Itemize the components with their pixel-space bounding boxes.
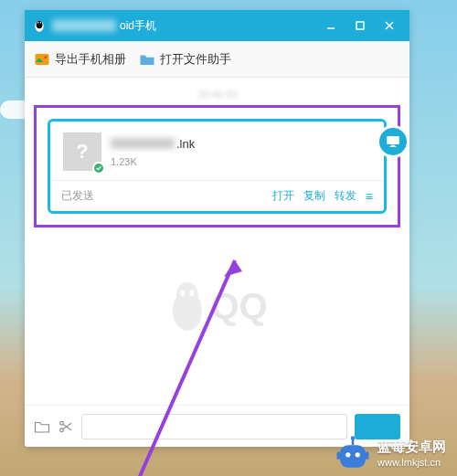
svg-point-26: [345, 452, 350, 457]
sent-status: 已发送: [61, 188, 263, 204]
svg-point-17: [180, 291, 185, 297]
title-suffix: oid手机: [120, 19, 156, 32]
file-size: 1.23K: [111, 156, 195, 167]
close-button[interactable]: [377, 16, 402, 36]
chat-area: 20:40:33 ? .lnk: [25, 78, 409, 405]
toolbar: 导出手机相册 打开文件助手: [25, 41, 409, 78]
footer-text: 蓝莓安卓网 www.lmkjst.cn: [377, 438, 446, 469]
message-actions-row: 已发送 打开 复制 转发 ≡: [50, 180, 384, 211]
file-name: .lnk: [111, 137, 195, 151]
svg-rect-12: [387, 136, 399, 144]
svg-rect-30: [337, 451, 341, 460]
export-album-label: 导出手机相册: [55, 51, 126, 68]
chat-window: xxxxxoid手机 导出手机相册 打开文件助手 20:40:33: [25, 10, 409, 447]
site-watermark: 蓝莓安卓网 www.lmkjst.cn: [334, 434, 446, 472]
svg-point-3: [37, 22, 38, 24]
svg-point-29: [351, 436, 355, 439]
watermark-text: QQ: [210, 286, 267, 327]
qq-app-icon: [32, 18, 47, 33]
file-info-row: ? .lnk 1.23K: [50, 122, 384, 180]
svg-rect-9: [36, 54, 49, 65]
robot-icon: [334, 434, 372, 472]
minimize-button[interactable]: [318, 16, 344, 36]
file-details: .lnk 1.23K: [111, 137, 195, 167]
folder-icon: [139, 51, 155, 68]
svg-rect-14: [389, 146, 397, 147]
svg-point-21: [60, 421, 64, 425]
open-file-link[interactable]: 打开: [272, 188, 294, 204]
file-message-bubble: ? .lnk 1.23K 已发送 打开 复制: [48, 119, 387, 214]
window-title: xxxxxoid手机: [52, 18, 318, 34]
titlebar: xxxxxoid手机: [25, 10, 409, 41]
penguin-icon: [166, 279, 207, 333]
svg-line-24: [63, 423, 71, 428]
forward-file-link[interactable]: 转发: [335, 188, 356, 204]
footer-url: www.lmkjst.cn: [377, 456, 446, 469]
svg-rect-31: [366, 451, 369, 460]
svg-rect-6: [356, 22, 364, 29]
qq-watermark: QQ: [166, 279, 267, 333]
open-file-helper-label: 打开文件助手: [160, 51, 231, 68]
footer-title: 蓝莓安卓网: [377, 438, 446, 456]
album-icon: [34, 51, 50, 68]
svg-point-2: [37, 21, 41, 26]
export-album-button[interactable]: 导出手机相册: [34, 51, 126, 68]
svg-point-22: [60, 428, 64, 431]
svg-rect-13: [391, 145, 396, 147]
maximize-button[interactable]: [347, 16, 373, 36]
svg-point-16: [175, 282, 197, 308]
scissors-icon[interactable]: [58, 418, 74, 435]
copy-file-link[interactable]: 复制: [303, 188, 325, 204]
svg-line-23: [63, 424, 71, 429]
unknown-file-icon: ?: [76, 140, 88, 164]
success-check-icon: [92, 162, 105, 175]
annotation-highlight: ? .lnk 1.23K 已发送 打开 复制: [34, 105, 400, 227]
svg-point-27: [356, 452, 360, 457]
file-thumbnail: ?: [63, 132, 101, 171]
sender-avatar: [377, 125, 409, 158]
monitor-icon: [385, 133, 401, 150]
message-timestamp: 20:40:33: [34, 89, 400, 100]
folder-input-icon[interactable]: [34, 418, 50, 435]
window-controls: [318, 16, 402, 36]
svg-point-11: [44, 56, 47, 58]
svg-marker-20: [224, 260, 242, 277]
more-menu-icon[interactable]: ≡: [366, 189, 373, 204]
open-file-helper-button[interactable]: 打开文件助手: [139, 51, 231, 68]
message-input[interactable]: [81, 414, 347, 439]
svg-point-18: [189, 291, 194, 297]
svg-point-4: [40, 22, 41, 24]
svg-rect-25: [340, 445, 366, 468]
